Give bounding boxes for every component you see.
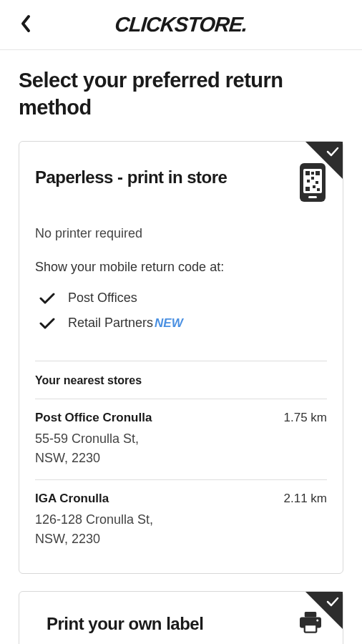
check-icon	[39, 317, 55, 330]
store-distance: 2.11 km	[284, 492, 327, 506]
selected-corner-badge	[305, 142, 343, 179]
main-content: Select your preferred return method Pape…	[0, 50, 362, 644]
store-address: 126-128 Cronulla St, NSW, 2230	[35, 510, 153, 549]
return-method-paperless[interactable]: Paperless - print in store	[19, 141, 343, 574]
store-info: IGA Cronulla 126-128 Cronulla St, NSW, 2…	[35, 492, 153, 549]
nearest-stores-section: Your nearest stores Post Office Cronulla…	[35, 361, 327, 560]
svg-rect-10	[317, 188, 320, 191]
svg-rect-9	[313, 185, 315, 188]
card-header: Paperless - print in store	[35, 162, 327, 206]
store-row[interactable]: IGA Cronulla 126-128 Cronulla St, NSW, 2…	[35, 480, 327, 560]
store-name: IGA Cronulla	[35, 492, 153, 506]
store-distance: 1.75 km	[284, 411, 327, 425]
location-options-list: Post Offices Retail PartnersNEW	[35, 291, 327, 331]
check-icon	[326, 145, 340, 159]
store-info: Post Office Cronulla 55-59 Cronulla St, …	[35, 411, 152, 468]
selected-corner-badge	[305, 592, 343, 629]
card-header: Print your own label	[35, 612, 327, 636]
return-method-print-own[interactable]: Print your own label	[19, 591, 343, 644]
option-label: Retail Partners	[68, 316, 153, 330]
card-title: Paperless - print in store	[35, 167, 227, 187]
store-row[interactable]: Post Office Cronulla 55-59 Cronulla St, …	[35, 399, 327, 480]
check-icon	[326, 595, 340, 609]
app-header: CLICKSTORE.	[0, 0, 362, 50]
svg-rect-2	[308, 196, 317, 198]
page-title: Select your preferred return method	[19, 67, 343, 121]
store-name: Post Office Cronulla	[35, 411, 152, 425]
card-title: Print your own label	[47, 614, 203, 634]
option-label: Post Offices	[68, 291, 137, 305]
brand-logo: CLICKSTORE.	[14, 13, 349, 36]
stores-heading: Your nearest stores	[35, 361, 327, 399]
svg-rect-7	[315, 181, 318, 184]
location-option: Retail PartnersNEW	[35, 316, 327, 331]
new-badge: NEW	[155, 316, 183, 330]
card-subtitle: No printer required	[35, 226, 327, 241]
check-icon	[39, 292, 55, 305]
svg-rect-8	[307, 180, 310, 182]
store-address: 55-59 Cronulla St, NSW, 2230	[35, 429, 152, 468]
location-option: Post Offices	[35, 291, 327, 306]
svg-rect-5	[305, 187, 310, 191]
card-instruction: Show your mobile return code at:	[35, 260, 327, 275]
